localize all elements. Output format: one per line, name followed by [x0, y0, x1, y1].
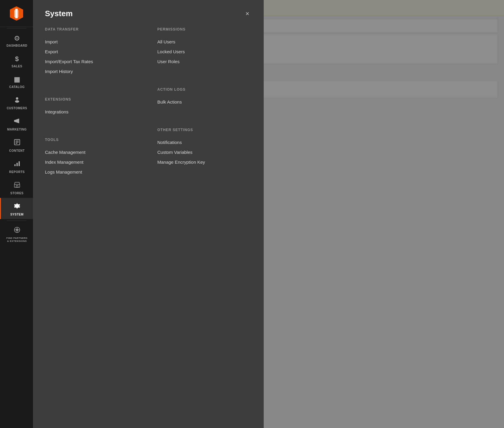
sidebar-item-label: CATALOG [9, 85, 25, 89]
link-logs-management[interactable]: Logs Management [45, 167, 139, 177]
close-button[interactable]: × [243, 9, 252, 18]
catalog-icon: ▦ [14, 76, 20, 84]
link-locked-users[interactable]: Locked Users [157, 47, 252, 57]
logo [0, 0, 33, 27]
action-logs-heading: Action Logs [157, 87, 252, 92]
link-custom-variables[interactable]: Custom Variables [157, 147, 252, 157]
svg-rect-6 [14, 120, 15, 122]
svg-point-4 [16, 97, 18, 100]
sidebar-item-content[interactable]: CONTENT [0, 134, 33, 155]
sidebar: ⊙ DASHBOARD $ SALES ▦ CATALOG CUSTOMERS … [0, 0, 33, 428]
reports-icon [14, 160, 20, 169]
extensions-heading: Extensions [45, 97, 139, 101]
sidebar-item-catalog[interactable]: ▦ CATALOG [0, 71, 33, 92]
sidebar-item-label: SYSTEM [10, 213, 23, 216]
sidebar-divider-top [7, 28, 26, 28]
link-index-management[interactable]: Index Management [45, 157, 139, 167]
extensions-icon [14, 227, 20, 235]
link-integrations[interactable]: Integrations [45, 107, 139, 117]
panel-left-column: Data Transfer Import Export Import/Expor… [45, 27, 139, 177]
sales-icon: $ [15, 55, 19, 63]
sidebar-divider-bottom [7, 220, 26, 221]
link-notifications[interactable]: Notifications [157, 137, 252, 147]
svg-rect-14 [14, 184, 20, 187]
sidebar-item-label: STORES [10, 192, 24, 195]
tools-heading: Tools [45, 138, 139, 142]
marketing-icon [14, 118, 20, 126]
sidebar-item-extensions[interactable]: FIND PARTNERS& EXTENSIONS [0, 222, 33, 246]
sidebar-item-label: DASHBOARD [7, 44, 28, 47]
link-export[interactable]: Export [45, 47, 139, 57]
dashboard-icon: ⊙ [14, 34, 20, 42]
system-panel: System × Data Transfer Import Export Imp… [33, 0, 264, 428]
sidebar-item-customers[interactable]: CUSTOMERS [0, 92, 33, 113]
sidebar-item-label: CUSTOMERS [7, 107, 27, 110]
sidebar-item-reports[interactable]: REPORTS [0, 155, 33, 177]
sidebar-item-sales[interactable]: $ SALES [0, 50, 33, 71]
sidebar-item-label: FIND PARTNERS& EXTENSIONS [6, 237, 28, 243]
link-manage-encryption-key[interactable]: Manage Encryption Key [157, 157, 252, 167]
system-icon [14, 203, 20, 211]
sidebar-item-dashboard[interactable]: ⊙ DASHBOARD [0, 30, 33, 50]
sidebar-item-label: REPORTS [9, 170, 25, 174]
system-panel-header: System × [45, 9, 252, 18]
svg-rect-12 [16, 163, 18, 166]
link-bulk-actions[interactable]: Bulk Actions [157, 97, 252, 107]
link-import-history[interactable]: Import History [45, 66, 139, 76]
link-import[interactable]: Import [45, 37, 139, 47]
link-import-export-tax-rates[interactable]: Import/Export Tax Rates [45, 57, 139, 66]
panel-columns: Data Transfer Import Export Import/Expor… [45, 27, 252, 177]
sidebar-item-label: CONTENT [9, 149, 25, 152]
data-transfer-heading: Data Transfer [45, 27, 139, 31]
customers-icon [14, 96, 20, 105]
system-panel-title: System [45, 9, 73, 18]
panel-right-column: Permissions All Users Locked Users User … [157, 27, 252, 177]
sidebar-item-marketing[interactable]: MARKETING [0, 113, 33, 134]
link-cache-management[interactable]: Cache Management [45, 147, 139, 157]
link-all-users[interactable]: All Users [157, 37, 252, 47]
sidebar-item-label: MARKETING [7, 128, 27, 131]
link-user-roles[interactable]: User Roles [157, 57, 252, 66]
sidebar-item-stores[interactable]: STORES [0, 177, 33, 198]
svg-rect-15 [16, 186, 18, 187]
main-area: running. ur dynamic product, order, and … [33, 0, 504, 428]
content-icon [14, 139, 20, 147]
svg-rect-3 [15, 9, 18, 18]
svg-point-5 [15, 100, 19, 103]
other-settings-heading: Other Settings [157, 128, 252, 132]
sidebar-item-system[interactable]: SYSTEM [0, 198, 33, 219]
sidebar-item-label: SALES [12, 65, 22, 68]
svg-rect-11 [14, 164, 16, 166]
stores-icon [14, 181, 20, 190]
svg-rect-13 [19, 161, 20, 166]
permissions-heading: Permissions [157, 27, 252, 31]
